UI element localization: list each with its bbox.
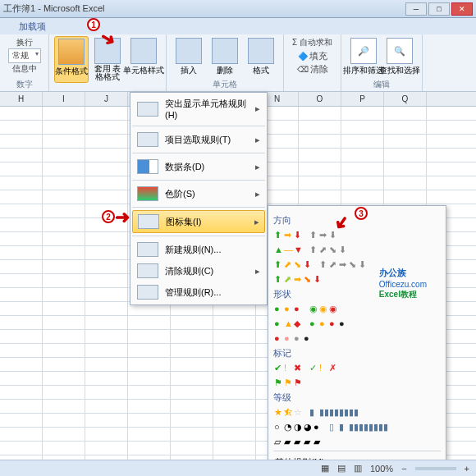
chevron-right-icon: ▸ [255,189,260,199]
col-header-Q[interactable]: Q [384,92,427,106]
view-layout-button[interactable]: ▤ [337,463,346,474]
iconset-5boxes[interactable]: ▱▰▰▰▰ [273,436,323,446]
iconset-3signs[interactable]: ●▲◆ [273,318,304,328]
iconset-3symbols[interactable]: ✓!✗ [309,362,339,373]
menu-icon-sets[interactable]: 图标集(I)▸ [132,210,265,233]
clear-button[interactable]: ⌫ 清除 [297,62,328,76]
iconset-4trafficlights[interactable]: ●●●● [309,318,349,328]
conditional-format-button[interactable]: 条件格式 [54,36,89,83]
close-button[interactable]: ✕ [451,2,473,16]
window-title: 工作簿1 - Microsoft Excel [3,2,405,15]
iconset-3flags[interactable]: ⚑⚑⚑ [273,377,304,387]
wrap-text-button[interactable]: 换行 [16,36,33,49]
titlebar: 工作簿1 - Microsoft Excel ─ □ ✕ [0,0,476,18]
group-wrap: 换行 常规 信息中 数字 [0,34,49,91]
chevron-right-icon: ▸ [255,135,260,145]
number-format-combo[interactable]: 常规 [8,48,41,63]
iconset-5quarters[interactable]: ○◔◑◕● [273,421,323,432]
iconset-5arrows-gray[interactable]: ⬆⬈➡⬊⬇ [318,259,368,269]
top-icon [137,132,158,147]
zoom-slider[interactable] [415,467,456,470]
sort-filter-button[interactable]: 🔎排序和筛选 [346,36,381,78]
group-cells: 插入 删除 格式 单元格 [167,34,284,91]
find-select-button[interactable]: 🔍查找和选择 [382,36,417,78]
iconset-5arrows-color[interactable]: ⬆⬈➡⬊⬇ [273,273,323,284]
minimize-button[interactable]: ─ [405,2,427,16]
delete-icon [212,38,238,64]
delete-button[interactable]: 删除 [208,36,242,78]
group-editing: 🔎排序和筛选 🔍查找和选择 编辑 [341,34,423,91]
ribbon-tabs: 加载项 [0,18,476,34]
menu-data-bars[interactable]: 数据条(D)▸ [132,156,265,177]
autosum-button[interactable]: Σ 自动求和 [292,36,332,49]
format-icon [248,38,274,64]
menu-clear-rules[interactable]: 清除规则(C)▸ [132,260,265,281]
section-marks: 标记 [273,347,441,359]
highlight-icon [137,102,158,117]
iconset-3trafficlights-rimmed[interactable]: ◉◉◉ [309,303,339,314]
iconset-4ratings[interactable]: ▮▮▮▮▮▮▮▮▮▮ [309,406,349,417]
view-normal-button[interactable]: ▦ [321,463,329,474]
separator [132,153,265,153]
chevron-right-icon: ▸ [254,217,259,227]
iconset-4arrows-color[interactable]: ⬆⬈⬊⬇ [273,259,314,269]
info-label: 信息中 [12,62,37,76]
iconset-4arrows-gray[interactable]: ⬆⬈⬊⬇ [309,244,349,254]
chevron-right-icon: ▸ [255,103,260,114]
separator [132,180,265,181]
menu-manage-rules[interactable]: 管理规则(R)... [132,281,265,303]
cell-styles-button[interactable]: 单元格样式 [126,36,161,83]
cf-icon [58,39,85,65]
menu-highlight-rules[interactable]: 突出显示单元格规则(H)▸ [132,94,265,123]
conditional-format-menu: 突出显示单元格规则(H)▸ 项目选取规则(T)▸ 数据条(D)▸ 色阶(S)▸ … [130,92,268,305]
group-label-cells: 单元格 [167,79,283,90]
section-shapes: 形状 [273,288,441,300]
separator [132,126,265,126]
section-ratings: 等级 [273,391,441,404]
col-header-J[interactable]: J [85,92,128,106]
zoom-out-button[interactable]: − [401,464,406,474]
icon-sets-gallery: 方向 ⬆➡⬇ ⬆➡⬇ ▲—▼ ⬆⬈⬊⬇ ⬆⬈⬊⬇ ⬆⬈➡⬊⬇ ⬆⬈➡⬊⬇ 形状 … [268,205,446,476]
col-header-H[interactable]: H [0,92,43,106]
col-header-O[interactable]: O [299,92,341,106]
fill-button[interactable]: 🔷 填充 [298,49,327,62]
insert-icon [176,38,202,64]
iconset-redtoblack[interactable]: ●●●● [273,332,314,343]
colorscale-icon [137,186,158,201]
iconset-icon [138,214,159,229]
callout-1: 1 [87,18,100,31]
zoom-in-button[interactable]: + [465,464,469,474]
iconset-3triangles[interactable]: ▲—▼ [273,244,304,254]
iconset-5ratings[interactable]: ▯▮▮▮▮▮▮▮▮▮▮ [328,421,378,432]
iconset-3symbols-circled[interactable]: ✔!✖ [273,362,304,373]
format-button[interactable]: 格式 [244,36,278,78]
iconset-3trafficlights[interactable]: ●●● [273,303,304,314]
separator [132,207,265,208]
col-header-P[interactable]: P [341,92,384,106]
menu-new-rule[interactable]: 新建规则(N)... [132,239,265,260]
newrule-icon [137,242,158,257]
chevron-right-icon: ▸ [255,266,260,277]
zoom-level[interactable]: 100% [370,464,393,474]
menu-color-scales[interactable]: 色阶(S)▸ [132,183,265,204]
iconset-3stars[interactable]: ★⯪☆ [273,406,304,417]
clearrule-icon [137,263,158,278]
insert-button[interactable]: 插入 [172,36,206,78]
window-buttons: ─ □ ✕ [405,2,473,16]
menu-top-rules[interactable]: 项目选取规则(T)▸ [132,129,265,150]
ribbon: 换行 常规 信息中 数字 条件格式 套用 表格格式 单元格样式 插入 删除 格式 [0,34,476,92]
find-icon: 🔍 [387,38,413,64]
databar-icon [137,159,158,174]
view-pagebreak-button[interactable]: ▥ [354,463,362,474]
tab-addins[interactable]: 加载项 [12,19,53,34]
status-bar: ▦ ▤ ▥ 100% − + [0,460,476,476]
sort-icon: 🔎 [350,38,377,64]
iconset-3arrows-gray[interactable]: ⬆➡⬇ [309,229,339,240]
iconset-3arrows-color[interactable]: ⬆➡⬇ [273,229,304,240]
separator [273,451,441,451]
chevron-right-icon: ▸ [255,162,260,172]
callout-3: 3 [355,207,368,220]
callout-2: 2 [102,210,115,223]
col-header-I[interactable]: I [43,92,85,106]
maximize-button[interactable]: □ [428,2,450,16]
